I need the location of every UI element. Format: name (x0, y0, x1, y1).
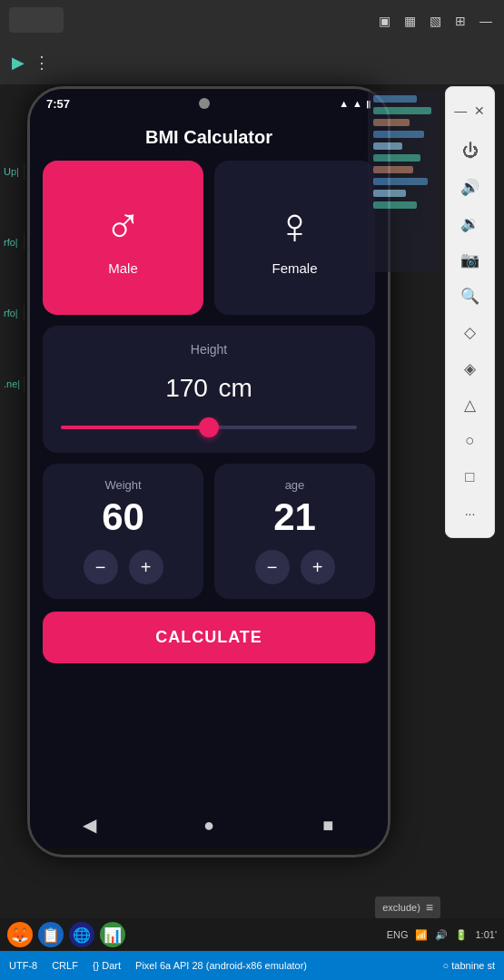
phone-container: 7:57 ▲ ▲ ▮ BMI Calculator ♂ Male ♀ Femal… (27, 86, 390, 858)
female-card[interactable]: ♀ Female (214, 161, 375, 315)
signal-icon: ▲ (352, 98, 362, 109)
slider-fill (61, 426, 215, 429)
language-label[interactable]: {} Dart (93, 960, 121, 971)
device-label: Pixel 6a API 28 (android-x86 emulator) (135, 960, 307, 971)
ide-toolbar: ▶ ⋮ (0, 41, 504, 84)
side-label-ne: .ne| (0, 376, 25, 392)
status-icons: ▲ ▲ ▮ (339, 98, 371, 110)
run-icon[interactable]: ▶ (9, 54, 27, 72)
side-label-perf2: rfo| (0, 305, 25, 321)
line-ending-label[interactable]: CRLF (52, 960, 78, 971)
exclude-menu-icon[interactable]: ≡ (426, 900, 433, 915)
taskbar: 🦊 📋 🌐 📊 ENG 📶 🔊 🔋 1:01' (0, 918, 504, 951)
taskbar-battery-icon: 🔋 (455, 929, 468, 941)
ide-title-bar (9, 7, 64, 33)
side-label-up: Up| (0, 163, 25, 180)
back-nav-icon[interactable]: △ (454, 388, 487, 421)
side-labels: Up| rfo| rfo| .ne| (0, 163, 25, 392)
age-label: age (225, 478, 364, 492)
encoding-label[interactable]: UTF-8 (9, 960, 37, 971)
age-card: age 21 − + (214, 464, 375, 599)
height-slider-container[interactable] (61, 418, 357, 436)
panel-close-row: — ✕ (446, 94, 494, 127)
age-value: 21 (225, 495, 364, 539)
taskbar-time: 1:01' (475, 929, 497, 940)
power-icon[interactable]: ⏻ (454, 134, 487, 167)
height-number: 170 (165, 374, 208, 402)
right-panel: — ✕ ⏻ 🔊 🔉 📷 🔍 ◇ ◈ △ ○ □ ··· (445, 86, 495, 538)
layout-icon-4[interactable]: ⊞ (451, 12, 469, 30)
status-bar: 7:57 ▲ ▲ ▮ (30, 89, 388, 118)
female-label: Female (272, 260, 317, 276)
male-card[interactable]: ♂ Male (43, 161, 203, 315)
age-decrease-button[interactable]: − (255, 550, 290, 584)
code-line-3 (373, 119, 410, 126)
code-line-7 (373, 166, 413, 173)
app4-icon[interactable]: 📊 (100, 922, 125, 947)
app2-icon[interactable]: 📋 (38, 922, 64, 947)
code-line-5 (373, 142, 402, 150)
recents-button[interactable]: ■ (311, 808, 344, 841)
code-background (368, 91, 440, 272)
layout-icon-3[interactable]: ▧ (426, 12, 444, 30)
minimize-button[interactable]: — (477, 12, 495, 30)
weight-decrease-button[interactable]: − (84, 550, 118, 584)
slider-thumb[interactable] (199, 417, 219, 437)
wifi-icon: ▲ (339, 98, 349, 109)
rotate-icon[interactable]: ◇ (454, 316, 487, 348)
app3-icon[interactable]: 🌐 (69, 922, 94, 947)
exclude-panel: exclude) ≡ (375, 897, 440, 918)
firefox-icon[interactable]: 🦊 (7, 922, 33, 947)
calculate-button[interactable]: CALCULATE (43, 612, 375, 663)
layout-icon-2[interactable]: ▦ (400, 12, 419, 30)
side-label-perf1: rfo| (0, 234, 25, 250)
weight-increase-button[interactable]: + (129, 550, 163, 584)
code-line-1 (373, 95, 417, 103)
weight-card: Weight 60 − + (43, 464, 203, 599)
status-time: 7:57 (46, 97, 70, 111)
camera-icon[interactable]: 📷 (454, 243, 487, 276)
weight-age-row: Weight 60 − + age 21 − + (43, 464, 375, 599)
weight-label: Weight (54, 478, 193, 492)
female-icon: ♀ (276, 201, 314, 251)
taskbar-lang: ENG (387, 929, 409, 940)
volume-down-icon[interactable]: 🔉 (454, 207, 487, 240)
circle-icon[interactable]: ○ (454, 425, 487, 457)
layout-icon-1[interactable]: ▣ (375, 12, 393, 30)
age-controls: − + (225, 550, 364, 584)
height-label: Height (61, 342, 357, 357)
height-display: 170 cm (61, 362, 357, 406)
more-icon[interactable]: ··· (454, 497, 487, 530)
code-line-6 (373, 154, 420, 162)
panel-close-button[interactable]: ✕ (470, 94, 489, 127)
rotate2-icon[interactable]: ◈ (454, 352, 487, 385)
app-title: BMI Calculator (145, 127, 272, 147)
app-body: ♂ Male ♀ Female Height 170 cm (30, 161, 388, 801)
home-button[interactable]: ● (193, 808, 225, 841)
camera-dot (199, 98, 210, 109)
code-line-9 (373, 190, 406, 197)
settings-icon[interactable]: ⋮ (33, 54, 51, 72)
code-line-10 (373, 201, 417, 209)
zoom-icon[interactable]: 🔍 (454, 279, 487, 312)
back-button[interactable]: ◀ (74, 808, 106, 841)
bottom-status-bar: UTF-8 CRLF {} Dart Pixel 6a API 28 (andr… (0, 951, 504, 980)
code-line-8 (373, 178, 428, 185)
taskbar-volume-icon: 🔊 (435, 929, 448, 941)
exclude-text: exclude) (382, 902, 420, 913)
bottom-bar-right: ○ tabnine st (443, 960, 495, 971)
weight-value: 60 (54, 495, 193, 539)
nav-bar: ◀ ● ■ (30, 801, 388, 848)
panel-minimize-button[interactable]: — (451, 94, 470, 127)
app-header: BMI Calculator (30, 118, 388, 161)
volume-up-icon[interactable]: 🔊 (454, 171, 487, 203)
age-increase-button[interactable]: + (301, 550, 335, 584)
code-line-2 (373, 107, 431, 114)
taskbar-wifi-icon: 📶 (415, 929, 428, 941)
tabnine-label: ○ tabnine st (443, 960, 495, 971)
code-line-4 (373, 131, 424, 138)
square-icon[interactable]: □ (454, 461, 487, 494)
ide-topbar: ▣ ▦ ▧ ⊞ — (0, 0, 504, 41)
male-label: Male (108, 260, 138, 276)
taskbar-right: ENG 📶 🔊 🔋 1:01' (387, 929, 497, 941)
